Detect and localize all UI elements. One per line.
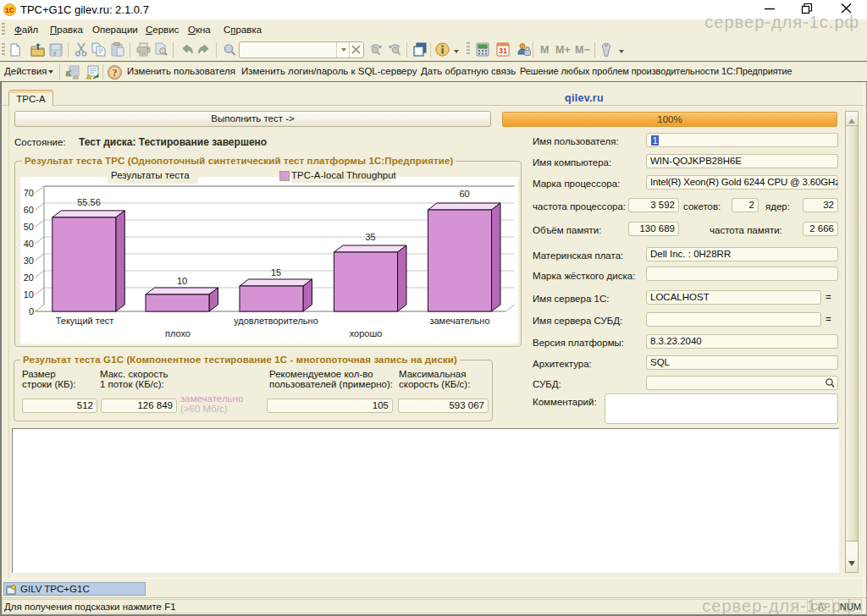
svg-text:10: 10 <box>177 276 187 286</box>
svg-text:31: 31 <box>499 47 507 55</box>
svg-text:замечательно: замечательно <box>429 316 489 326</box>
svg-text:0: 0 <box>29 306 34 316</box>
svg-text:40: 40 <box>24 239 34 249</box>
svg-text:?: ? <box>113 67 118 79</box>
svg-text:Текущий тест: Текущий тест <box>56 316 114 326</box>
svg-text:удовлетворительно: удовлетворительно <box>234 316 318 326</box>
svg-text:хорошо: хорошо <box>350 328 383 338</box>
svg-text:55.56: 55.56 <box>77 197 101 207</box>
svg-text:35: 35 <box>365 232 375 242</box>
svg-text:60: 60 <box>459 189 469 199</box>
svg-text:10: 10 <box>24 289 34 300</box>
svg-text:плохо: плохо <box>165 328 191 338</box>
svg-text:70: 70 <box>24 188 34 198</box>
svg-text:60: 60 <box>24 205 34 215</box>
svg-text:20: 20 <box>24 272 34 283</box>
svg-text:1C: 1C <box>5 6 14 14</box>
svg-text:15: 15 <box>271 267 281 278</box>
svg-text:30: 30 <box>24 256 34 266</box>
svg-text:50: 50 <box>24 222 34 232</box>
